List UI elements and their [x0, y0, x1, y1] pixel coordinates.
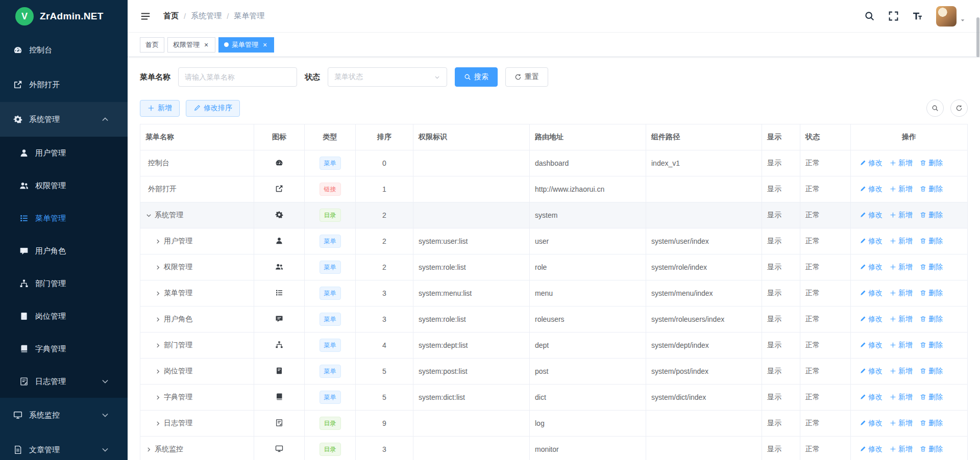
add-link[interactable]: 新增 — [890, 341, 913, 350]
edit-link[interactable]: 修改 — [860, 211, 883, 220]
sidebar-item[interactable]: 外部打开 — [0, 67, 128, 102]
edit-link[interactable]: 修改 — [860, 159, 883, 168]
sidebar-item[interactable]: 系统管理 — [0, 102, 128, 137]
table-row[interactable]: 用户角色菜单3system:role:listroleuserssystem/r… — [140, 306, 968, 333]
sidebar-item[interactable]: 用户管理 — [0, 137, 128, 169]
delete-link[interactable]: 删除 — [920, 393, 943, 402]
font-size-icon[interactable] — [912, 11, 923, 21]
page-scrollbar[interactable] — [976, 0, 980, 460]
edit-link[interactable]: 修改 — [860, 341, 883, 350]
org-tree-icon — [275, 341, 283, 349]
app-logo[interactable]: V ZrAdmin.NET — [0, 0, 128, 33]
add-button[interactable]: 新增 — [140, 100, 180, 117]
delete-link[interactable]: 删除 — [920, 445, 943, 454]
table-row[interactable]: 系统监控目录3monitor显示正常修改新增删除 — [140, 437, 968, 460]
add-link[interactable]: 新增 — [890, 185, 913, 194]
sidebar-item[interactable]: 部门管理 — [0, 267, 128, 300]
sidebar-item-label: 岗位管理 — [35, 312, 116, 321]
user-avatar[interactable] — [936, 6, 957, 27]
sidebar-item[interactable]: 字典管理 — [0, 333, 128, 365]
delete-link[interactable]: 删除 — [920, 237, 943, 246]
table-refresh-button[interactable] — [950, 99, 968, 117]
edit-link[interactable]: 修改 — [860, 419, 883, 428]
filter-form: 菜单名称 状态 菜单状态 搜索 — [140, 67, 968, 87]
add-link[interactable]: 新增 — [890, 159, 913, 168]
table-row[interactable]: 系统管理目录2system显示正常修改新增删除 — [140, 202, 968, 228]
sidebar-item[interactable]: 日志管理 — [0, 365, 128, 398]
edit-link[interactable]: 修改 — [860, 315, 883, 324]
sidebar-item[interactable]: 系统监控 — [0, 398, 128, 432]
table-search-button[interactable] — [926, 99, 944, 117]
tab-item[interactable]: 菜单管理× — [218, 37, 274, 53]
sort-edit-button[interactable]: 修改排序 — [186, 100, 240, 117]
scrollbar-thumb[interactable] — [976, 17, 979, 57]
add-link[interactable]: 新增 — [890, 263, 913, 272]
delete-link[interactable]: 删除 — [920, 211, 943, 220]
table-row[interactable]: 权限管理菜单2system:role:listrolesystem/role/i… — [140, 254, 968, 280]
breadcrumb-item[interactable]: 首页 — [163, 11, 179, 21]
visible-cell: 显示 — [762, 176, 800, 202]
add-link[interactable]: 新增 — [890, 419, 913, 428]
edit-link[interactable]: 修改 — [860, 185, 883, 194]
edit-link[interactable]: 修改 — [860, 289, 883, 298]
component-cell — [646, 202, 762, 228]
edit-link[interactable]: 修改 — [860, 445, 883, 454]
hamburger-icon[interactable] — [140, 11, 151, 22]
delete-link[interactable]: 删除 — [920, 419, 943, 428]
delete-link[interactable]: 删除 — [920, 367, 943, 376]
table-row[interactable]: 用户管理菜单2system:user:listusersystem/user/i… — [140, 228, 968, 254]
table-row[interactable]: 字典管理菜单5system:dict:listdictsystem/dict/i… — [140, 385, 968, 411]
table-row[interactable]: 菜单管理菜单3system:menu:listmenusystem/menu/i… — [140, 280, 968, 306]
add-link[interactable]: 新增 — [890, 211, 913, 220]
sidebar-item[interactable]: 文章管理 — [0, 432, 128, 460]
delete-link[interactable]: 删除 — [920, 341, 943, 350]
tab-item[interactable]: 首页 — [140, 37, 164, 53]
edit-link[interactable]: 修改 — [860, 393, 883, 402]
edit-link[interactable]: 修改 — [860, 263, 883, 272]
perm-cell — [413, 150, 530, 176]
search-icon[interactable] — [864, 11, 875, 21]
add-link[interactable]: 新增 — [890, 393, 913, 402]
table-row[interactable]: 控制台菜单0dashboardindex_v1显示正常修改新增删除 — [140, 150, 968, 176]
type-tag: 菜单 — [320, 391, 341, 404]
plus-icon — [890, 342, 896, 348]
sidebar-item-label: 外部打开 — [29, 80, 116, 90]
sidebar-item[interactable]: 岗位管理 — [0, 300, 128, 333]
breadcrumb-separator: / — [184, 12, 186, 20]
sidebar-item[interactable]: 用户角色 — [0, 235, 128, 267]
reset-button[interactable]: 重置 — [505, 67, 548, 87]
column-header: 显示 — [762, 124, 800, 150]
add-link[interactable]: 新增 — [890, 315, 913, 324]
table-row[interactable]: 部门管理菜单4system:dept:listdeptsystem/dept/i… — [140, 333, 968, 359]
delete-link[interactable]: 删除 — [920, 159, 943, 168]
table-row[interactable]: 外部打开链接1http://www.izhaorui.cn显示正常修改新增删除 — [140, 176, 968, 202]
close-tab-icon[interactable]: × — [203, 41, 210, 48]
tab-item[interactable]: 权限管理× — [167, 37, 215, 53]
add-link[interactable]: 新增 — [890, 289, 913, 298]
add-link[interactable]: 新增 — [890, 237, 913, 246]
sidebar-item[interactable]: 控制台 — [0, 33, 128, 67]
table-row[interactable]: 日志管理目录9log显示正常修改新增删除 — [140, 411, 968, 437]
delete-link[interactable]: 删除 — [920, 263, 943, 272]
table-row[interactable]: 岗位管理菜单5system:post:listpostsystem/post/i… — [140, 359, 968, 385]
table-tools — [926, 99, 968, 117]
add-link[interactable]: 新增 — [890, 445, 913, 454]
sidebar-item[interactable]: 权限管理 — [0, 169, 128, 202]
edit-icon — [860, 290, 866, 296]
component-cell: system/dept/index — [646, 333, 762, 359]
delete-link[interactable]: 删除 — [920, 315, 943, 324]
breadcrumb-item[interactable]: 系统管理 — [191, 11, 222, 21]
caret-down-icon[interactable] — [960, 17, 966, 23]
sidebar-item[interactable]: 菜单管理 — [0, 202, 128, 235]
add-link[interactable]: 新增 — [890, 367, 913, 376]
delete-link[interactable]: 删除 — [920, 289, 943, 298]
edit-link[interactable]: 修改 — [860, 367, 883, 376]
search-button[interactable]: 搜索 — [455, 67, 498, 87]
fullscreen-icon[interactable] — [888, 11, 899, 21]
breadcrumb-item[interactable]: 菜单管理 — [234, 11, 264, 21]
status-select[interactable]: 菜单状态 — [328, 67, 447, 87]
edit-link[interactable]: 修改 — [860, 237, 883, 246]
menu-name-input[interactable] — [178, 67, 297, 87]
delete-link[interactable]: 删除 — [920, 185, 943, 194]
close-tab-icon[interactable]: × — [261, 41, 268, 48]
